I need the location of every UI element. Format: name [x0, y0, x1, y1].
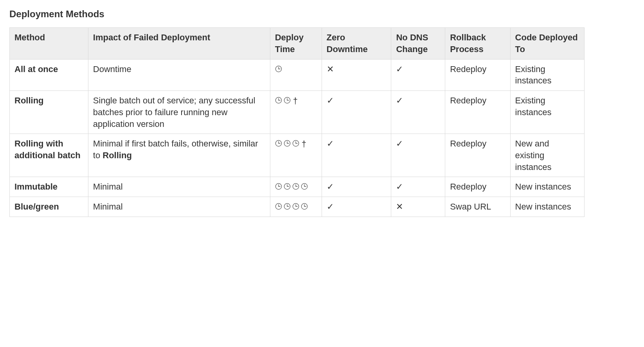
cell-zero-downtime: ✕ [322, 59, 391, 90]
clock-icon [284, 203, 291, 210]
cell-zero-downtime: ✓ [322, 91, 391, 134]
cell-method: All at once [10, 59, 88, 90]
page-title: Deployment Methods [9, 8, 635, 20]
table-row: Rolling with additional batchMinimal if … [10, 134, 585, 177]
cell-no-dns-change: ✓ [391, 91, 445, 134]
clock-icon [284, 97, 291, 104]
clock-icon [292, 203, 299, 210]
check-icon: ✓ [396, 139, 403, 148]
cell-rollback: Redeploy [445, 91, 510, 134]
cell-deploy-time [270, 59, 322, 90]
clock-icon [284, 183, 291, 190]
cell-zero-downtime: ✓ [322, 134, 391, 177]
cell-code-deployed-to: Existing instances [510, 59, 584, 90]
check-icon: ✓ [327, 202, 334, 211]
x-icon: ✕ [327, 64, 334, 74]
cell-method: Rolling [10, 91, 88, 134]
table-row: All at onceDowntime✕✓RedeployExisting in… [10, 59, 585, 90]
col-header-method: Method [10, 28, 88, 59]
col-header-deploy-time: Deploy Time [270, 28, 322, 59]
clock-icon [301, 203, 308, 210]
cell-impact: Minimal [88, 177, 270, 197]
cell-code-deployed-to: New instances [510, 177, 584, 197]
impact-bold: Rolling [103, 150, 132, 160]
col-header-code-deployed: Code Deployed To [510, 28, 584, 59]
cell-code-deployed-to: New instances [510, 197, 584, 217]
cell-deploy-time: † [270, 91, 322, 134]
col-header-zero-downtime: Zero Downtime [322, 28, 391, 59]
col-header-no-dns-change: No DNS Change [391, 28, 445, 59]
cell-rollback: Redeploy [445, 59, 510, 90]
cell-method: Blue/green [10, 197, 88, 217]
deployment-methods-table: Method Impact of Failed Deployment Deplo… [9, 27, 585, 217]
check-icon: ✓ [327, 182, 334, 192]
clock-icon [275, 65, 282, 72]
col-header-rollback: Rollback Process [445, 28, 510, 59]
cell-zero-downtime: ✓ [322, 177, 391, 197]
table-header-row: Method Impact of Failed Deployment Deplo… [10, 28, 585, 59]
cell-rollback: Redeploy [445, 134, 510, 177]
clock-icon [292, 183, 299, 190]
clock-icon [284, 140, 291, 147]
cell-deploy-time [270, 177, 322, 197]
cell-deploy-time: † [270, 134, 322, 177]
cell-method: Rolling with additional batch [10, 134, 88, 177]
check-icon: ✓ [396, 96, 403, 105]
cell-impact: Single batch out of service; any success… [88, 91, 270, 134]
cell-no-dns-change: ✓ [391, 177, 445, 197]
clock-icon [301, 183, 308, 190]
col-header-impact: Impact of Failed Deployment [88, 28, 270, 59]
check-icon: ✓ [327, 139, 334, 148]
x-icon: ✕ [396, 202, 403, 211]
cell-no-dns-change: ✕ [391, 197, 445, 217]
dagger-icon: † [293, 97, 298, 105]
clock-icon [275, 183, 282, 190]
cell-rollback: Redeploy [445, 177, 510, 197]
cell-no-dns-change: ✓ [391, 59, 445, 90]
check-icon: ✓ [396, 64, 403, 74]
clock-icon [275, 97, 282, 104]
clock-icon [275, 140, 282, 147]
clock-icon [292, 140, 299, 147]
clock-icon [275, 203, 282, 210]
dagger-icon: † [302, 140, 306, 148]
table-row: ImmutableMinimal✓✓RedeployNew instances [10, 177, 585, 197]
cell-impact: Minimal [88, 197, 270, 217]
check-icon: ✓ [396, 182, 403, 192]
cell-code-deployed-to: Existing instances [510, 91, 584, 134]
table-row: RollingSingle batch out of service; any … [10, 91, 585, 134]
cell-method: Immutable [10, 177, 88, 197]
cell-impact: Downtime [88, 59, 270, 90]
cell-zero-downtime: ✓ [322, 197, 391, 217]
cell-impact: Minimal if first batch fails, otherwise,… [88, 134, 270, 177]
cell-deploy-time [270, 197, 322, 217]
cell-no-dns-change: ✓ [391, 134, 445, 177]
table-row: Blue/greenMinimal✓✕Swap URLNew instances [10, 197, 585, 217]
cell-code-deployed-to: New and existing instances [510, 134, 584, 177]
cell-rollback: Swap URL [445, 197, 510, 217]
check-icon: ✓ [327, 96, 334, 105]
